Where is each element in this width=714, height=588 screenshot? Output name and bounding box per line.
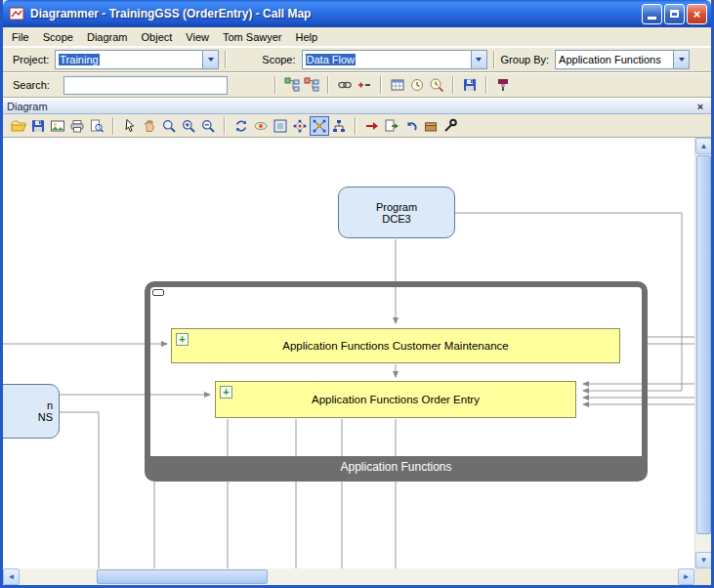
export-red-icon[interactable] bbox=[362, 116, 382, 136]
toolbar-separator bbox=[112, 117, 114, 135]
vertical-scrollbar[interactable]: ▲ ▼ bbox=[694, 138, 711, 568]
groupby-label: Group By: bbox=[501, 54, 550, 65]
pan-hand-icon[interactable] bbox=[140, 116, 159, 136]
project-value: Training bbox=[59, 54, 99, 65]
horizontal-scrollbar[interactable]: ◄ ► bbox=[3, 568, 711, 585]
horizontal-scroll-thumb[interactable] bbox=[97, 569, 268, 584]
group-label-band: Application Functions bbox=[149, 456, 643, 477]
preview-icon[interactable] bbox=[87, 116, 106, 136]
expand-flow-icon[interactable] bbox=[282, 75, 302, 95]
node-label-line2: NS bbox=[38, 411, 53, 423]
scroll-left-button[interactable]: ◄ bbox=[3, 568, 20, 585]
menu-bar: File Scope Diagram Object View Tom Sawye… bbox=[3, 27, 711, 47]
zoom-out-icon[interactable] bbox=[198, 116, 218, 136]
toolbar-row-2: Search: bbox=[3, 72, 711, 98]
expand-plus-icon[interactable]: + bbox=[220, 386, 232, 399]
layout-symmetric-icon[interactable] bbox=[310, 116, 329, 136]
diagram-canvas[interactable]: Program DCE3 n NS Application Functions … bbox=[3, 138, 694, 568]
node-customer-maintenance[interactable]: + Application Functions Customer Mainten… bbox=[171, 328, 620, 363]
menu-item-help[interactable]: Help bbox=[289, 29, 325, 45]
toolbar-separator bbox=[355, 117, 357, 135]
refresh-icon[interactable] bbox=[231, 116, 251, 136]
scroll-down-button[interactable]: ▼ bbox=[695, 552, 712, 568]
collapse-handle-icon[interactable] bbox=[152, 289, 164, 296]
toolbar-separator bbox=[380, 76, 382, 94]
collapse-flow-icon[interactable] bbox=[302, 75, 321, 95]
toolbar-row-1: Project: Training Scope: Data Flow Group… bbox=[3, 47, 711, 72]
node-order-entry[interactable]: + Application Functions Order Entry bbox=[215, 381, 576, 418]
menu-item-object[interactable]: Object bbox=[135, 29, 180, 45]
project-combobox[interactable]: Training bbox=[55, 50, 219, 69]
toolbar-separator bbox=[493, 51, 495, 68]
app-icon bbox=[9, 5, 26, 22]
node-label: Application Functions Customer Maintenan… bbox=[282, 340, 508, 352]
search-input[interactable] bbox=[63, 76, 228, 95]
menu-item-file[interactable]: File bbox=[5, 29, 36, 45]
layout-circular-icon[interactable] bbox=[290, 116, 310, 136]
chevron-down-icon bbox=[679, 58, 685, 62]
scope-value: Data Flow bbox=[306, 54, 357, 65]
diagram-canvas-area: Program DCE3 n NS Application Functions … bbox=[3, 138, 711, 568]
format-brush-icon[interactable] bbox=[493, 75, 513, 95]
export-page-icon[interactable] bbox=[382, 116, 401, 136]
node-program-dce3[interactable]: Program DCE3 bbox=[338, 187, 455, 238]
minimize-icon bbox=[648, 17, 656, 20]
package-icon[interactable] bbox=[421, 116, 441, 136]
group-label: Application Functions bbox=[340, 460, 451, 474]
close-icon: × bbox=[693, 8, 701, 21]
print-icon[interactable] bbox=[67, 116, 87, 136]
compare-icon[interactable] bbox=[355, 75, 374, 95]
zoom-in-icon[interactable] bbox=[179, 116, 198, 136]
minimize-button[interactable] bbox=[642, 4, 662, 24]
horizontal-scroll-track[interactable] bbox=[20, 568, 678, 585]
project-dropdown-button[interactable] bbox=[202, 51, 218, 68]
menu-item-view[interactable]: View bbox=[179, 29, 216, 45]
app-window: Diagrammer - TrainingGSS (OrderEntry) - … bbox=[0, 0, 714, 588]
node-label-line1: n bbox=[47, 399, 53, 411]
overview-icon[interactable] bbox=[271, 116, 290, 136]
close-button[interactable]: × bbox=[687, 4, 707, 24]
schedule-clock-icon[interactable] bbox=[427, 75, 446, 95]
node-label: Application Functions Order Entry bbox=[312, 394, 480, 405]
scrollbar-corner bbox=[694, 568, 711, 585]
diagram-toolbar bbox=[3, 114, 711, 138]
scroll-up-button[interactable]: ▲ bbox=[695, 138, 712, 154]
orbit-icon[interactable] bbox=[251, 116, 271, 136]
chain-link-icon[interactable] bbox=[335, 75, 355, 95]
scope-combobox[interactable]: Data Flow bbox=[302, 50, 487, 69]
save-icon[interactable] bbox=[460, 75, 480, 95]
save-icon[interactable] bbox=[28, 116, 48, 136]
groupby-dropdown-button[interactable] bbox=[673, 51, 689, 68]
panel-close-button[interactable]: × bbox=[693, 100, 707, 113]
toolbar-separator bbox=[485, 76, 487, 94]
tools-icon[interactable] bbox=[441, 116, 460, 136]
open-folder-icon[interactable] bbox=[9, 116, 28, 136]
vertical-scroll-thumb[interactable] bbox=[696, 155, 711, 534]
groupby-value: Application Functions bbox=[556, 51, 673, 68]
node-label-line1: Program bbox=[376, 201, 417, 213]
groupby-combobox[interactable]: Application Functions bbox=[555, 50, 690, 69]
project-label: Project: bbox=[13, 54, 49, 65]
menu-item-tom-sawyer[interactable]: Tom Sawyer bbox=[216, 29, 289, 45]
grid-icon[interactable] bbox=[388, 75, 407, 95]
image-icon[interactable] bbox=[48, 116, 67, 136]
chevron-down-icon bbox=[208, 58, 214, 62]
layout-tree-icon[interactable] bbox=[329, 116, 349, 136]
pointer-icon[interactable] bbox=[120, 116, 140, 136]
toolbar-separator bbox=[452, 76, 454, 94]
scroll-right-button[interactable]: ► bbox=[678, 568, 694, 585]
toolbar-separator bbox=[224, 117, 226, 135]
history-clock-icon[interactable] bbox=[407, 75, 427, 95]
maximize-button[interactable] bbox=[664, 4, 685, 24]
menu-item-diagram[interactable]: Diagram bbox=[80, 29, 135, 45]
scope-dropdown-button[interactable] bbox=[471, 51, 486, 68]
expand-plus-icon[interactable]: + bbox=[176, 333, 189, 346]
title-bar: Diagrammer - TrainingGSS (OrderEntry) - … bbox=[3, 0, 711, 27]
menu-item-scope[interactable]: Scope bbox=[36, 29, 80, 45]
node-partial-left[interactable]: n NS bbox=[3, 384, 60, 439]
zoom-icon[interactable] bbox=[159, 116, 179, 136]
diagram-panel-title: Diagram bbox=[7, 101, 693, 112]
toolbar-separator bbox=[327, 76, 329, 94]
undo-icon[interactable] bbox=[401, 116, 421, 136]
chevron-down-icon bbox=[476, 58, 482, 62]
